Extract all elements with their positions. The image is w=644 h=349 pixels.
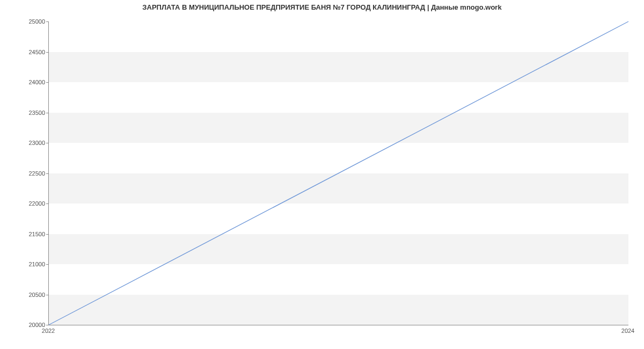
x-tick-label: 2024 (621, 328, 634, 334)
y-tick (46, 21, 48, 22)
y-tick-label: 22000 (2, 200, 45, 207)
y-tick (46, 234, 48, 235)
chart-container: ЗАРПЛАТА В МУНИЦИПАЛЬНОЕ ПРЕДПРИЯТИЕ БАН… (0, 0, 644, 349)
y-tick-label: 24500 (2, 49, 45, 55)
y-tick-label: 25000 (2, 18, 45, 25)
y-tick-label: 20000 (2, 322, 45, 328)
y-tick-label: 21500 (2, 231, 45, 237)
y-tick (46, 173, 48, 174)
y-tick (46, 82, 48, 83)
series-line (49, 21, 628, 325)
y-tick (46, 203, 48, 204)
y-tick (46, 325, 48, 325)
line-layer (49, 21, 628, 325)
y-tick-label: 24000 (2, 79, 45, 85)
y-tick (46, 264, 48, 265)
y-tick (46, 143, 48, 143)
chart-title: ЗАРПЛАТА В МУНИЦИПАЛЬНОЕ ПРЕДПРИЯТИЕ БАН… (0, 3, 644, 11)
y-tick (46, 52, 48, 53)
y-tick (46, 295, 48, 295)
y-tick (46, 113, 48, 113)
y-tick-label: 23500 (2, 110, 45, 116)
y-tick-label: 23000 (2, 140, 45, 146)
x-tick-label: 2022 (42, 328, 55, 334)
y-tick-label: 22500 (2, 170, 45, 177)
y-tick-label: 21000 (2, 261, 45, 267)
plot-area (48, 21, 628, 325)
y-tick-label: 20500 (2, 292, 45, 298)
